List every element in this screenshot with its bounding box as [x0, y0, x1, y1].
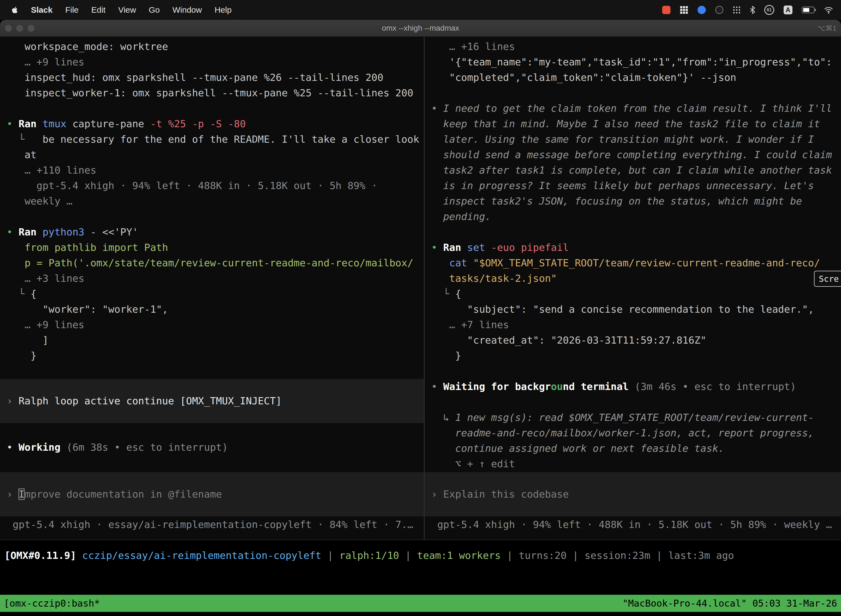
terminal-line: • Ran python3 - <<'PY' — [7, 224, 424, 240]
terminal-line: later. Using the same for transition mig… — [431, 132, 841, 147]
input-source-icon[interactable]: A — [784, 6, 793, 14]
screen-recording-indicator-icon[interactable] — [662, 6, 671, 14]
terminal-line: … +3 lines — [7, 271, 424, 286]
terminal-line: continue assigned work or next feasible … — [431, 441, 841, 456]
battery-icon[interactable] — [802, 7, 815, 13]
terminal-line: └ { — [7, 286, 424, 302]
terminal-line: "subject": "send a concise recommendatio… — [431, 302, 841, 317]
screen-overlay-badge: Scre — [814, 271, 841, 287]
terminal-window: omx --xhigh --madmax ⌥⌘1 workspace_mode:… — [0, 20, 841, 616]
terminal-line: should send a message before completing … — [431, 147, 841, 163]
terminal-line: "created_at": "2026-03-31T11:59:27.816Z" — [431, 333, 841, 348]
terminal-line: … +9 lines — [7, 317, 424, 333]
apple-logo-icon[interactable] — [11, 6, 18, 14]
left-pane-status: gpt-5.4 xhigh · essay/ai-reimplementatio… — [0, 517, 424, 532]
terminal-line: task2 after task1 is complete, but can I… — [431, 163, 841, 178]
terminal-line: ↳ 1 new msg(s): read $OMX_TEAM_STATE_ROO… — [431, 410, 841, 425]
terminal-line — [431, 85, 841, 101]
traffic-lights — [0, 25, 35, 32]
grid-icon[interactable] — [680, 6, 688, 14]
terminal-line: keep that in mind. Maybe I also need the… — [431, 116, 841, 132]
blue-app-icon[interactable] — [697, 6, 706, 14]
tmux-host-time-label: "MacBook-Pro-44.local" 05:03 31-Mar-26 — [623, 598, 837, 609]
left-pane-scrollback: workspace_mode: worktree … +9 lines insp… — [0, 37, 424, 516]
wifi-icon[interactable] — [824, 6, 833, 13]
terminal-line: … +110 lines — [7, 163, 424, 178]
menu-file[interactable]: File — [65, 5, 78, 15]
menu-go[interactable]: Go — [149, 5, 160, 15]
terminal-line: from pathlib import Path — [7, 240, 424, 255]
terminal-line: ] — [7, 333, 424, 348]
prompt-input-band[interactable]: › Improve documentation in @filename — [0, 472, 424, 516]
close-button[interactable] — [5, 25, 12, 32]
terminal-line: tasks/task-2.json" — [431, 271, 841, 286]
menu-app-name[interactable]: Slack — [31, 5, 53, 15]
right-pane-scrollback: … +16 lines '{"team_name":"my-team","tas… — [425, 37, 841, 516]
dark-app-icon[interactable] — [715, 6, 724, 14]
terminal-line: └ { — [431, 286, 841, 302]
terminal-line: • I need to get the claim token from the… — [431, 101, 841, 116]
terminal-line: is in progress? It seems likely but perh… — [431, 178, 841, 194]
terminal-line: • Ran set -euo pipefail — [431, 240, 841, 255]
window-titlebar[interactable]: omx --xhigh --madmax ⌥⌘1 — [0, 20, 841, 37]
terminal-line: '{"team_name":"my-team","task_id":"1","f… — [431, 54, 841, 70]
terminal-line: inspect task2's JSON, focusing on the st… — [431, 194, 841, 209]
terminal-line — [7, 209, 424, 224]
terminal-line: inspect_hud: omx sparkshell --tmux-pane … — [7, 70, 424, 85]
terminal-line: • Waiting for background terminal (3m 46… — [431, 379, 841, 395]
minimize-button[interactable] — [16, 25, 23, 32]
menu-help[interactable]: Help — [215, 5, 232, 15]
menu-bar: Slack File Edit View Go Window Help 61 A — [0, 0, 841, 20]
status-divider — [0, 540, 841, 540]
terminal-line: } — [7, 348, 424, 364]
omx-status-bar: [OMX#0.11.9] cczip/essay/ai-reimplementa… — [4, 548, 841, 563]
terminal-line: pending. — [431, 209, 841, 224]
terminal-line: p = Path('.omx/state/team/review-current… — [7, 255, 424, 271]
terminal-line: gpt-5.4 xhigh · 94% left · 488K in · 5.1… — [7, 178, 424, 194]
dots-grid-icon[interactable] — [733, 6, 741, 14]
terminal-line: … +9 lines — [7, 54, 424, 70]
terminal-line: "completed","claim_token":"claim-token"}… — [431, 70, 841, 85]
window-shortcut-hint: ⌥⌘1 — [817, 24, 837, 32]
terminal-line: cat "$OMX_TEAM_STATE_ROOT/team/review-cu… — [431, 255, 841, 271]
terminal-line: at — [7, 147, 424, 163]
stats-gauge-icon[interactable]: 61 — [764, 5, 774, 15]
terminal-line — [431, 364, 841, 379]
terminal-line: … +7 lines — [431, 317, 841, 333]
ralph-loop-band[interactable]: › Ralph loop active continue [OMX_TMUX_I… — [0, 379, 424, 423]
terminal-line: } — [431, 348, 841, 364]
prompt-input-band[interactable]: › Explain this codebase — [425, 472, 841, 516]
zoom-button[interactable] — [28, 25, 35, 32]
terminal-line: readme-and-reco/mailbox/worker-1.json, a… — [431, 425, 841, 441]
terminal-line: • Working (6m 38s • esc to interrupt) — [7, 440, 424, 455]
terminal-line: inspect_worker-1: omx sparkshell --tmux-… — [7, 85, 424, 101]
right-pane: … +16 lines '{"team_name":"my-team","tas… — [425, 37, 841, 540]
menu-window[interactable]: Window — [173, 5, 202, 15]
terminal-line: workspace_mode: worktree — [7, 39, 424, 54]
tmux-status-bar: [omx-cczip0:bash* "MacBook-Pro-44.local"… — [0, 595, 841, 612]
terminal-line: … +16 lines — [431, 39, 841, 54]
tmux-session-label: [omx-cczip0:bash* — [4, 598, 100, 609]
terminal-line — [431, 224, 841, 240]
terminal-line — [7, 101, 424, 116]
right-pane-status: gpt-5.4 xhigh · 94% left · 488K in · 5.1… — [425, 517, 841, 532]
left-pane: workspace_mode: worktree … +9 lines insp… — [0, 37, 424, 540]
menu-view[interactable]: View — [118, 5, 136, 15]
terminal-line: "worker": "worker-1", — [7, 302, 424, 317]
terminal-line: weekly … — [7, 194, 424, 209]
terminal-line: └ be necessary for the end of the README… — [7, 132, 424, 147]
terminal-line: • Ran tmux capture-pane -t %25 -p -S -80 — [7, 116, 424, 132]
window-title: omx --xhigh --madmax — [0, 24, 841, 32]
terminal-line — [431, 395, 841, 410]
terminal-content: workspace_mode: worktree … +9 lines insp… — [0, 37, 841, 616]
terminal-line: ⌥ + ↑ edit — [431, 456, 841, 472]
bluetooth-icon[interactable] — [750, 6, 755, 14]
menu-edit[interactable]: Edit — [91, 5, 105, 15]
